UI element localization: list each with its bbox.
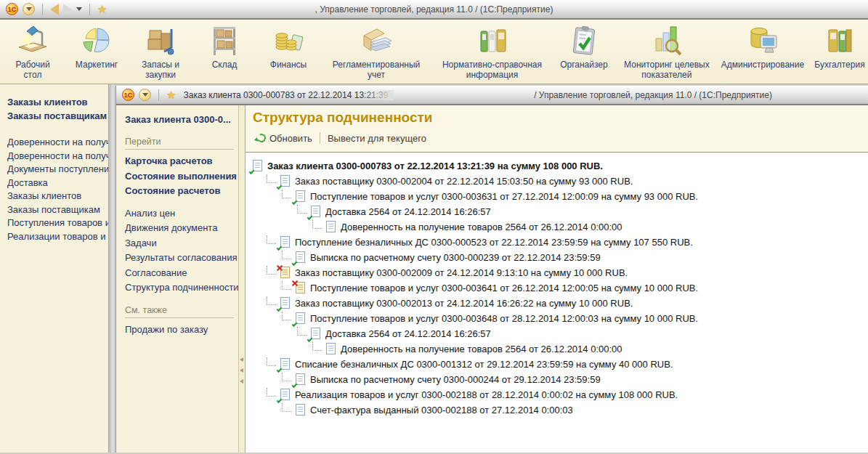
pie-chart-icon bbox=[80, 22, 113, 60]
panel-link[interactable]: Анализ цен bbox=[125, 208, 234, 219]
separator bbox=[89, 4, 90, 15]
desk-lamp-icon bbox=[16, 22, 49, 60]
ribbon-item-finance[interactable]: Финансы bbox=[264, 22, 312, 70]
back-button[interactable] bbox=[50, 4, 59, 15]
ribbon-item-label: Мониторинг целевых показателей bbox=[624, 60, 710, 80]
ribbon-item-regulated-accounting[interactable]: Регламентированный учет bbox=[328, 22, 424, 80]
sidebar-links-list: Доверенности на получение Доверенности н… bbox=[0, 136, 108, 243]
sidebar-item[interactable]: Заказы поставщикам bbox=[0, 203, 108, 217]
sidebar-item[interactable]: Доверенности на получение bbox=[0, 150, 108, 163]
panel-link[interactable]: Структура подчиненности bbox=[125, 283, 234, 293]
panel-link[interactable]: Состояние выполнения bbox=[125, 171, 234, 182]
ribbon-item-inventory-purchases[interactable]: Запасы и закупки bbox=[137, 22, 184, 80]
sidebar-item[interactable]: Доставка bbox=[0, 177, 108, 190]
tree-row[interactable]: Выписка по расчетному счету 0300-000239 … bbox=[251, 250, 865, 265]
tree-connector bbox=[297, 205, 307, 214]
tree-row[interactable]: Поступление товаров и услуг 0300-003631 … bbox=[251, 189, 865, 204]
subordination-tree: Заказ клиента 0300-000783 от 22.12.2014 … bbox=[246, 153, 868, 453]
tree-row[interactable]: Доставка 2564 от 24.12.2014 16:26:57 bbox=[251, 204, 865, 219]
tree-row[interactable]: Выписка по расчетному счету 0300-000244 … bbox=[251, 372, 865, 387]
collapse-arrow-icon bbox=[240, 368, 243, 373]
tree-row[interactable]: Заказ клиента 0300-000783 от 22.12.2014 … bbox=[251, 158, 865, 174]
main-window-controls: 1С ★ bbox=[6, 3, 107, 15]
window-title: , Управление торговлей, редакция 11.0 / … bbox=[0, 4, 868, 15]
child-menu-button[interactable] bbox=[139, 89, 151, 101]
tree-row[interactable]: Поступление товаров и услуг 0300-003648 … bbox=[251, 311, 865, 326]
database-computer-icon bbox=[746, 22, 779, 60]
tree-row[interactable]: Заказ поставщику 0300-002009 от 24.12.20… bbox=[251, 265, 865, 280]
print-for-current-button[interactable]: Вывести для текущего bbox=[323, 132, 431, 145]
tree-row[interactable]: Доверенность на получение товаров 2564 о… bbox=[251, 219, 865, 235]
panel-section-see-also: См. также bbox=[125, 305, 234, 318]
panel-link[interactable]: Согласование bbox=[125, 268, 234, 278]
panel-spacer bbox=[125, 298, 234, 305]
tree-row-label: Поступление безналичных ДС 0300-000523 о… bbox=[295, 237, 693, 248]
tree-row-label: Заказ поставщику 0300-002013 от 24.12.20… bbox=[295, 298, 633, 309]
favorites-star-icon[interactable]: ★ bbox=[97, 4, 107, 15]
panel-splitter[interactable] bbox=[239, 105, 246, 453]
ribbon-item-warehouse[interactable]: Склад bbox=[200, 22, 248, 70]
tree-row-label: Доверенность на получение товаров 2564 о… bbox=[341, 344, 622, 354]
document-icon bbox=[294, 312, 306, 325]
sidebar-item[interactable]: Заказы клиентов bbox=[0, 96, 108, 110]
sidebar-item[interactable]: Доверенности на получение bbox=[0, 136, 108, 150]
ribbon-item-master-data[interactable]: Нормативно-справочная информация bbox=[440, 22, 544, 80]
tree-connector bbox=[267, 266, 276, 275]
tree-row[interactable]: Счет-фактура выданный 0300-002188 от 27.… bbox=[251, 402, 865, 418]
ribbon-item-accounting[interactable]: Бухгалтерия bbox=[816, 22, 864, 70]
ribbon-item-label: Финансы bbox=[270, 60, 307, 70]
panel-link[interactable]: Продажи по заказу bbox=[125, 325, 234, 335]
main-menu-button[interactable] bbox=[23, 3, 35, 15]
splitter-collapse-arrows[interactable] bbox=[240, 351, 243, 390]
ribbon-item-label: Запасы и закупки bbox=[137, 60, 184, 80]
sections-ribbon: Рабочий стол Маркетинг Запасы и закупки … bbox=[0, 20, 868, 84]
page-title: Структура подчиненности bbox=[253, 110, 861, 126]
ribbon-item-target-monitoring[interactable]: Мониторинг целевых показателей bbox=[624, 22, 710, 80]
panel-link[interactable]: Состояние расчетов bbox=[125, 186, 234, 196]
document-icon bbox=[294, 373, 306, 386]
tree-connector bbox=[282, 373, 291, 381]
tree-row[interactable]: Реализация товаров и услуг 0300-002188 о… bbox=[251, 387, 865, 402]
tree-row-label: Списание безналичных ДС 0300-001312 от 2… bbox=[295, 359, 673, 370]
sidebar-item[interactable]: Заказы клиентов bbox=[0, 190, 108, 203]
print-for-current-label: Вывести для текущего bbox=[328, 133, 426, 144]
panel-link[interactable]: Карточка расчетов bbox=[125, 156, 234, 166]
panel-document-header[interactable]: Заказ клиента 0300-0... bbox=[125, 114, 234, 125]
sidebar-item[interactable]: Поступления товаров и услу bbox=[0, 216, 108, 230]
favorites-star-icon[interactable]: ★ bbox=[166, 89, 176, 100]
ribbon-item-label: Регламентированный учет bbox=[328, 60, 424, 80]
binders-icon bbox=[476, 22, 509, 60]
ribbon-item-marketing[interactable]: Маркетинг bbox=[73, 22, 121, 70]
tree-row[interactable]: Поступление безналичных ДС 0300-000523 о… bbox=[251, 235, 865, 250]
ribbon-item-organizer[interactable]: Органайзер bbox=[560, 22, 608, 70]
ribbon-item-label: Склад bbox=[212, 60, 238, 70]
tree-connector bbox=[282, 403, 291, 412]
forward-button[interactable] bbox=[63, 4, 72, 15]
sidebar-item[interactable]: Реализации товаров и услуг bbox=[0, 230, 108, 244]
ribbon-item-desktop[interactable]: Рабочий стол bbox=[9, 22, 57, 80]
tree-connector bbox=[267, 388, 276, 397]
document-icon bbox=[294, 251, 306, 264]
panel-link[interactable]: Результаты согласования bbox=[125, 253, 234, 263]
panel-link[interactable]: Движения документа bbox=[125, 223, 234, 233]
tree-row[interactable]: Доставка 2564 от 24.12.2014 16:26:57 bbox=[251, 326, 865, 341]
sidebar-item[interactable]: Заказы поставщикам bbox=[0, 110, 108, 123]
tree-row-label: Поступление товаров и услуг 0300-003641 … bbox=[310, 283, 698, 293]
ribbon-item-label: Бухгалтерия bbox=[814, 60, 864, 70]
tree-row-label: Заказ поставщику 0300-002004 от 22.12.20… bbox=[295, 176, 633, 187]
refresh-icon bbox=[256, 133, 267, 144]
document-icon bbox=[294, 404, 306, 416]
refresh-button[interactable]: Обновить bbox=[253, 132, 317, 145]
tree-row[interactable]: Поступление товаров и услуг 0300-003641 … bbox=[251, 280, 865, 296]
tree-row[interactable]: Доверенность на получение товаров 2564 о… bbox=[251, 341, 865, 357]
document-icon bbox=[279, 267, 291, 279]
tree-row-label: Доставка 2564 от 24.12.2014 16:26:57 bbox=[325, 328, 491, 339]
toolbar-separator bbox=[320, 132, 320, 144]
panel-link[interactable]: Задачи bbox=[125, 238, 234, 248]
tree-row[interactable]: Заказ поставщику 0300-002013 от 24.12.20… bbox=[251, 296, 865, 311]
tree-row[interactable]: Заказ поставщику 0300-002004 от 22.12.20… bbox=[251, 174, 865, 189]
ribbon-item-administration[interactable]: Администрирование bbox=[726, 22, 800, 70]
history-dropdown-icon[interactable] bbox=[76, 7, 82, 11]
tree-row[interactable]: Списание безналичных ДС 0300-001312 от 2… bbox=[251, 357, 865, 372]
sidebar-item[interactable]: Документы поступления bbox=[0, 163, 108, 177]
